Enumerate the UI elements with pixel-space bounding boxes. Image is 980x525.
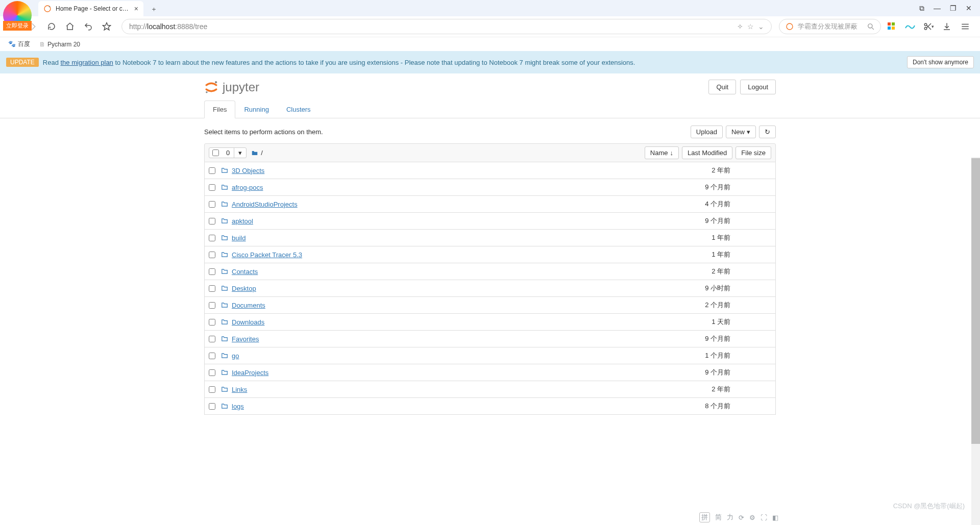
tab-close-icon[interactable]: × (134, 5, 138, 13)
folder-link[interactable]: logs (232, 403, 244, 410)
toolbar: http://localhost:8888/tree ✧ ☆ ⌄ 学霸查分发现被… (0, 16, 980, 37)
row-checkbox[interactable] (209, 268, 215, 275)
row-checkbox[interactable] (209, 353, 215, 359)
ime-item-2[interactable]: ⟳ (739, 514, 744, 521)
select-all-checkbox[interactable] (212, 149, 219, 156)
ime-label[interactable]: 拼 (699, 512, 710, 522)
url-bar[interactable]: http://localhost:8888/tree ✧ ☆ ⌄ (121, 19, 772, 34)
tab-clusters[interactable]: Clusters (278, 101, 320, 118)
search-icon[interactable] (867, 23, 874, 30)
dont-show-button[interactable]: Don't show anymore (907, 56, 974, 68)
extension-wave-icon[interactable] (902, 19, 918, 34)
upload-button[interactable]: Upload (691, 126, 723, 138)
row-checkbox[interactable] (209, 285, 215, 292)
folder-link[interactable]: Documents (232, 302, 265, 309)
active-tab[interactable]: Home Page - Select or create × (38, 1, 143, 16)
select-caret-icon[interactable]: ▾ (234, 148, 246, 158)
ime-item-0[interactable]: 简 (715, 513, 722, 522)
downloads-button[interactable] (939, 19, 954, 34)
select-all-box[interactable]: 0 ▾ (209, 147, 247, 158)
extension-tiles-icon[interactable] (884, 19, 899, 34)
search-box[interactable]: 学霸查分发现被屏蔽 (779, 19, 881, 34)
dropdown-icon[interactable]: ⌄ (758, 22, 764, 31)
row-checkbox[interactable] (209, 386, 215, 393)
row-checkbox[interactable] (209, 302, 215, 309)
folder-link[interactable]: Contacts (232, 268, 258, 276)
banner-text: Read the migration plan to Notebook 7 to… (43, 59, 635, 66)
url-host: localhost (147, 22, 175, 31)
ime-item-4[interactable]: ⛶ (761, 514, 767, 521)
folder-link[interactable]: apktool (232, 217, 253, 225)
wand-icon[interactable]: ✧ (737, 22, 743, 31)
row-modified: 9 小时前 (659, 284, 730, 293)
folder-icon (251, 149, 259, 157)
jupyter-logo[interactable]: jupyter (204, 80, 259, 94)
row-checkbox[interactable] (209, 218, 215, 224)
folder-link[interactable]: Favorites (232, 335, 259, 343)
login-badge[interactable]: 立即登录 (3, 1, 32, 30)
favorite-icon[interactable]: ☆ (747, 22, 754, 31)
tab-running[interactable]: Running (235, 101, 277, 118)
breadcrumb-root[interactable]: / (251, 149, 263, 157)
sort-size[interactable]: File size (736, 146, 771, 159)
window-maximize-icon[interactable]: ❐ (950, 4, 957, 12)
row-checkbox[interactable] (209, 369, 215, 376)
star-button[interactable] (99, 19, 114, 34)
folder-link[interactable]: IdeaProjects (232, 369, 268, 377)
folder-icon (220, 285, 229, 292)
svg-rect-8 (888, 27, 891, 30)
refresh-button[interactable]: ↻ (759, 126, 776, 138)
scrollbar-thumb[interactable] (971, 158, 980, 444)
new-tab-button[interactable]: ＋ (146, 2, 161, 16)
row-checkbox[interactable] (209, 201, 215, 208)
window-controls: ⧉ — ❐ ✕ (911, 0, 980, 16)
row-checkbox[interactable] (209, 252, 215, 258)
jupyter-logo-text: jupyter (223, 80, 259, 94)
table-row: afrog-pocs9 个月前 (204, 179, 776, 196)
files-panel: Select items to perform actions on them.… (204, 118, 776, 445)
folder-link[interactable]: Cisco Packet Tracer 5.3 (232, 251, 302, 259)
reload-button[interactable] (44, 19, 59, 34)
clip-button[interactable]: ▾ (921, 19, 936, 34)
row-checkbox[interactable] (209, 235, 215, 241)
vertical-scrollbar[interactable] (971, 157, 980, 525)
selected-count: 0 (222, 148, 234, 158)
row-checkbox[interactable] (209, 403, 215, 410)
folder-link[interactable]: build (232, 234, 246, 242)
table-row: Documents2 个月前 (204, 297, 776, 314)
home-button[interactable] (62, 19, 78, 34)
folder-link[interactable]: AndroidStudioProjects (232, 201, 298, 208)
svg-marker-2 (103, 23, 111, 30)
window-close-icon[interactable]: ✕ (966, 4, 972, 12)
logout-button[interactable]: Logout (740, 80, 776, 94)
quit-button[interactable]: Quit (708, 80, 736, 94)
folder-link[interactable]: 3D Objects (232, 167, 264, 174)
bookmark-baidu[interactable]: 🐾百度 (8, 40, 30, 48)
folder-link[interactable]: afrog-pocs (232, 184, 263, 191)
menu-button[interactable] (958, 19, 973, 34)
ime-item-5[interactable]: ◧ (772, 514, 778, 521)
folder-icon (220, 335, 229, 342)
undo-button[interactable] (81, 19, 96, 34)
migration-plan-link[interactable]: the migration plan (61, 59, 113, 66)
window-minimize-icon[interactable]: — (934, 4, 941, 12)
ime-item-3[interactable]: ⚙ (749, 514, 755, 521)
tab-files[interactable]: Files (204, 101, 235, 118)
row-checkbox[interactable] (209, 167, 215, 174)
folder-link[interactable]: Desktop (232, 285, 256, 292)
sort-name[interactable]: Name ↓ (645, 146, 679, 159)
sort-modified[interactable]: Last Modified (682, 146, 732, 159)
bookmark-pycharm[interactable]: 🗎Pycharm 20 (39, 41, 80, 48)
new-button[interactable]: New ▾ (726, 126, 756, 138)
svg-point-11 (924, 28, 927, 30)
row-checkbox[interactable] (209, 184, 215, 191)
paw-icon: 🐾 (8, 40, 16, 47)
folder-link[interactable]: go (232, 352, 239, 360)
row-checkbox[interactable] (209, 336, 215, 342)
folder-link[interactable]: Links (232, 386, 247, 393)
window-settings-icon[interactable]: ⧉ (919, 4, 924, 13)
folder-link[interactable]: Downloads (232, 318, 264, 326)
table-row: build1 年前 (204, 230, 776, 246)
ime-item-1[interactable]: 力 (727, 513, 733, 522)
row-checkbox[interactable] (209, 319, 215, 326)
